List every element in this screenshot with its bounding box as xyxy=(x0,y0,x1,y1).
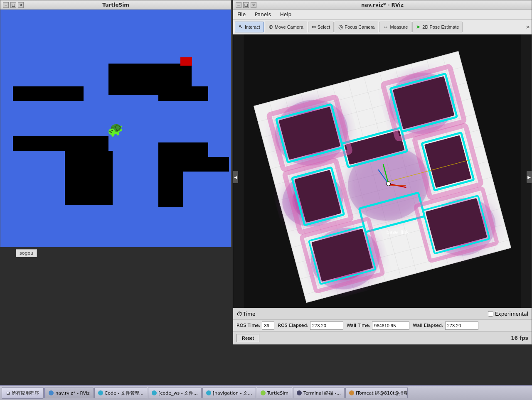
ros-elapsed-label: ROS Elapsed: xyxy=(278,323,308,328)
menu-file[interactable]: File xyxy=(235,11,248,18)
taskbar-item-code[interactable]: Code - 文件管理... xyxy=(94,388,148,398)
time-icon: ⏱ xyxy=(236,311,242,317)
ros-elapsed-input[interactable] xyxy=(310,321,343,330)
obstacle-4 xyxy=(13,136,108,151)
wall-elapsed-field: Wall Elapsed: xyxy=(413,321,478,330)
rviz-map-svg: base_link xyxy=(233,34,532,319)
wall-elapsed-input[interactable] xyxy=(445,321,478,330)
focus-icon: ◎ xyxy=(338,24,343,30)
toolbar-move-camera[interactable]: ⊕ Move Camera xyxy=(265,22,307,32)
focus-camera-label: Focus Camera xyxy=(345,25,374,29)
toolbar-interact[interactable]: ↖ Interact xyxy=(235,22,264,32)
collapse-left-handle[interactable]: ◀ xyxy=(233,171,238,183)
ros-time-label: ROS Time: xyxy=(236,323,260,328)
wall-time-field: Wall Time: xyxy=(347,321,409,330)
obstacle-6 xyxy=(158,142,208,157)
rviz-menubar: File Panels Help xyxy=(233,10,532,20)
target-square xyxy=(180,57,192,66)
turtlesim-canvas: 🐢 xyxy=(0,10,231,247)
start-label: 所有应用程序 xyxy=(12,390,39,396)
select-label: Select xyxy=(318,25,330,29)
turtlesim-window: − □ × TurtleSim 🐢 xyxy=(0,0,232,247)
rviz-close[interactable]: × xyxy=(251,2,256,8)
measure-icon: ↔ xyxy=(383,24,388,30)
taskbar: ⊞ 所有应用程序 nav.rviz* - RViz Code - 文件管理...… xyxy=(0,385,532,400)
turtlesim-titlebar: − □ × TurtleSim xyxy=(0,0,231,10)
taskbar-item-codews[interactable]: [code_ws - 文件... xyxy=(148,388,202,398)
cursor-icon: ↖ xyxy=(239,24,243,30)
obstacle-2 xyxy=(13,86,84,101)
rviz-dot xyxy=(49,390,54,395)
rviz-minimize[interactable]: − xyxy=(236,2,241,8)
turtlesim-title: TurtleSim xyxy=(24,2,208,8)
rviz-window: − □ × nav.rviz* - RViz File Panels Help … xyxy=(233,0,532,345)
rviz-bottombar: Reset 16 fps xyxy=(233,331,532,344)
codews-dot xyxy=(152,390,157,395)
codews-taskbar-label: [code_ws - 文件... xyxy=(158,390,198,396)
terminal-taskbar-label: Terminal 终端 -... xyxy=(303,390,341,396)
move-camera-label: Move Camera xyxy=(275,25,303,29)
pose-icon: ➤ xyxy=(416,24,421,30)
wall-elapsed-label: Wall Elapsed: xyxy=(413,323,443,328)
move-camera-icon: ⊕ xyxy=(268,24,273,30)
taskbar-item-nav[interactable]: [navigation - 文... xyxy=(202,388,256,398)
turtlesim-controls[interactable]: − □ × xyxy=(3,2,24,8)
rviz-maximize[interactable]: □ xyxy=(243,2,249,8)
experimental-checkbox[interactable] xyxy=(488,311,493,317)
interact-label: Interact xyxy=(245,25,260,29)
rviz-titlebar: − □ × nav.rviz* - RViz xyxy=(233,0,532,10)
ros-time-field: ROS Time: xyxy=(236,321,274,330)
taskbar-item-itomcat[interactable]: ITomcat 绑@810t@措客 xyxy=(345,388,408,398)
wall-time-input[interactable] xyxy=(372,321,409,330)
turtlesim-dot xyxy=(261,390,266,395)
turtle-robot: 🐢 xyxy=(108,122,123,137)
menu-panels[interactable]: Panels xyxy=(252,11,273,18)
obstacle-8 xyxy=(179,157,229,172)
taskbar-item-terminal[interactable]: Terminal 终端 -... xyxy=(293,388,345,398)
code-dot xyxy=(98,390,103,395)
turtlesim-taskbar-label: TurtleSim xyxy=(267,390,288,396)
pose-estimate-label: 2D Pose Estimate xyxy=(422,25,459,29)
toolbar-focus-camera[interactable]: ◎ Focus Camera xyxy=(335,22,378,32)
collapse-right-handle[interactable]: ▶ xyxy=(527,171,532,183)
rviz-title: nav.rviz* - RViz xyxy=(256,2,508,8)
wall-time-label: Wall Time: xyxy=(347,323,370,328)
rviz-controls[interactable]: − □ × xyxy=(236,2,256,8)
taskbar-item-rviz[interactable]: nav.rviz* - RViz xyxy=(44,388,93,398)
toolbar-extend[interactable]: » xyxy=(526,23,530,31)
turtlesim-maximize[interactable]: □ xyxy=(10,2,16,8)
code-taskbar-label: Code - 文件管理... xyxy=(105,390,144,396)
nav-taskbar-label: [navigation - 文... xyxy=(213,390,252,396)
toolbar-pose-estimate[interactable]: ➤ 2D Pose Estimate xyxy=(412,22,463,32)
taskbar-item-turtlesim[interactable]: TurtleSim xyxy=(257,388,292,398)
reset-button[interactable]: Reset xyxy=(236,334,259,342)
measure-label: Measure xyxy=(390,25,408,29)
rviz-timebar: ROS Time: ROS Elapsed: Wall Time: Wall E… xyxy=(233,319,532,331)
ros-elapsed-field: ROS Elapsed: xyxy=(278,321,343,330)
fps-display: 16 fps xyxy=(511,335,528,341)
rviz-statusbar: ⏱ Time Experimental xyxy=(233,308,532,319)
toolbar-select[interactable]: ▭ Select xyxy=(308,22,334,32)
taskbar-start[interactable]: ⊞ 所有应用程序 xyxy=(2,387,44,399)
start-icon: ⊞ xyxy=(6,390,10,396)
itomcat-taskbar-label: ITomcat 绑@810t@措客 xyxy=(356,390,408,396)
svg-text:base_link: base_link xyxy=(387,229,409,235)
rviz-taskbar-label: nav.rviz* - RViz xyxy=(55,390,89,396)
menu-help[interactable]: Help xyxy=(278,11,294,18)
obstacle-5 xyxy=(65,151,113,205)
select-icon: ▭ xyxy=(312,24,316,29)
time-label: Time xyxy=(243,311,255,317)
itomcat-dot xyxy=(349,390,354,395)
sogou-label: sogou xyxy=(16,249,37,257)
turtlesim-close[interactable]: × xyxy=(18,2,24,8)
toolbar-measure[interactable]: ↔ Measure xyxy=(379,22,411,32)
rviz-toolbar: ↖ Interact ⊕ Move Camera ▭ Select ◎ Focu… xyxy=(233,20,532,34)
turtlesim-minimize[interactable]: − xyxy=(3,2,9,8)
rviz-viewport: ◀ ▶ xyxy=(233,34,532,319)
experimental-label: Experimental xyxy=(495,311,528,317)
obstacle-3 xyxy=(158,86,208,101)
ros-time-input[interactable] xyxy=(262,321,274,330)
nav-dot xyxy=(206,390,211,395)
terminal-dot xyxy=(297,390,302,395)
